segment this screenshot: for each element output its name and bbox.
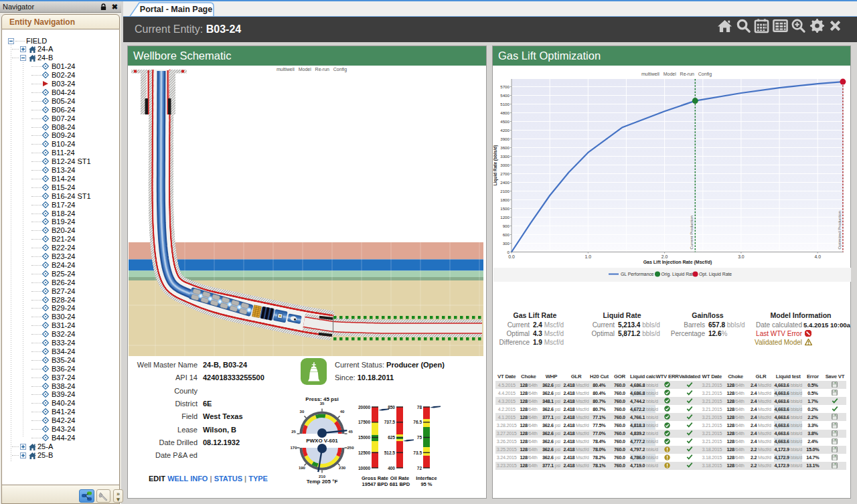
svg-text:210: 210 — [319, 475, 326, 479]
svg-text:19547 BPD: 19547 BPD — [362, 481, 388, 487]
svg-text:73.5: 73.5 — [413, 450, 422, 455]
svg-text:250: 250 — [347, 446, 354, 450]
svg-text:PWXO V-601: PWXO V-601 — [306, 438, 338, 444]
svg-text:737.5: 737.5 — [384, 420, 396, 424]
svg-text:170: 170 — [290, 446, 297, 450]
svg-text:30: 30 — [300, 410, 305, 414]
svg-text:400: 400 — [388, 466, 395, 471]
svg-text:76.5: 76.5 — [413, 420, 422, 424]
svg-text:10000: 10000 — [358, 466, 370, 471]
svg-text:20000: 20000 — [358, 405, 370, 410]
svg-text:Interface: Interface — [416, 475, 437, 481]
svg-text:681 BPD: 681 BPD — [390, 481, 410, 487]
svg-text:230: 230 — [339, 466, 346, 470]
svg-text:190: 190 — [299, 466, 306, 470]
svg-text:512.5: 512.5 — [384, 450, 396, 455]
svg-text:15000: 15000 — [358, 435, 370, 440]
svg-text:12500: 12500 — [358, 450, 370, 455]
svg-text:850: 850 — [388, 405, 395, 410]
svg-text:Oil Rate: Oil Rate — [390, 475, 409, 481]
svg-text:Temp 205 °F: Temp 205 °F — [307, 479, 338, 485]
svg-text:72: 72 — [417, 466, 422, 471]
svg-text:25: 25 — [291, 430, 296, 434]
svg-text:17500: 17500 — [358, 420, 370, 424]
svg-text:625: 625 — [388, 435, 395, 440]
svg-text:Press: 45 psi: Press: 45 psi — [305, 396, 338, 402]
svg-text:40: 40 — [340, 410, 345, 414]
svg-text:Gross Rate: Gross Rate — [362, 475, 388, 481]
svg-text:78: 78 — [417, 405, 422, 410]
svg-text:45: 45 — [348, 430, 353, 434]
svg-text:75: 75 — [417, 435, 422, 440]
svg-text:95 %: 95 % — [420, 481, 432, 487]
